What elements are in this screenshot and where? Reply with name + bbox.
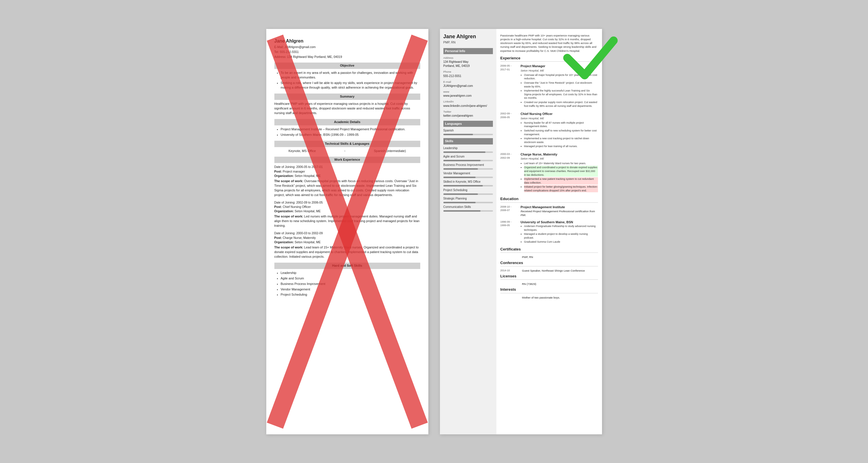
edu-entry-2: 1996-09 -1999-05 University of Southern … xyxy=(500,220,598,244)
summary-text: Passionate healthcare PMP with 10+ years… xyxy=(500,34,598,53)
sidebar-credentials: PMP, RN xyxy=(443,40,493,45)
exp-entry-2: 2002-09 -2006-05 Chief Nursing Officer S… xyxy=(500,112,598,149)
work-scope-3: The scope of work: Lead team of 15+ Mate… xyxy=(274,245,420,259)
work-dates-2: Date of Joining: 2002-09 to 2006-05 xyxy=(274,200,420,205)
tech-skills-row: Keynote, MS Office • Spanish (intermedia… xyxy=(274,149,420,153)
www-label: www xyxy=(443,90,493,93)
experience-title: Experience xyxy=(500,56,598,62)
skill-strategic-bar xyxy=(443,202,493,203)
lic-date-1 xyxy=(500,282,519,286)
objective-list: To be an expert in my area of work, with… xyxy=(281,71,420,90)
tech-skills-section-title: Technical Skills & Languages xyxy=(274,141,420,147)
skill-vendor-bar xyxy=(443,177,493,178)
lic-value-1: RN (73829) xyxy=(522,282,536,286)
exp-bullet-3-3: Implemented a new patient tracking syste… xyxy=(524,177,598,184)
skill-scheduling-bar xyxy=(443,194,493,195)
skill-bpi-fill xyxy=(443,168,478,170)
summary-text: Healthcare PMP with years of experience … xyxy=(274,102,420,116)
conf-date-1: 2014-10 xyxy=(500,269,519,272)
address-label: Address xyxy=(443,56,493,60)
summary-section-title: Summary xyxy=(274,93,420,100)
skill-strategic: Strategic Planning xyxy=(443,197,493,201)
exp-bullet-2-3: Implemented a new cost tracking project … xyxy=(524,137,598,144)
interest-entry-1: Mother of two passionate boys. xyxy=(500,296,598,299)
www-value: www.janeahlgren.com xyxy=(443,94,493,98)
work-scope-1: The scope of work: Oversaw hospital proj… xyxy=(274,179,420,198)
email-label: E-mail xyxy=(443,80,493,84)
academic-section-title: Academic Details xyxy=(274,119,420,125)
work-scope-2: The scope of work: Led nurses with multi… xyxy=(274,214,420,228)
edu-entry-1: 2008-10 -2008-07 Project Management Inst… xyxy=(500,205,598,218)
address-value: 134 Rightward WayPortland, ME, 04019 xyxy=(443,60,493,68)
exp-bullet-2-4: Managed project for lean training of all… xyxy=(524,144,598,148)
exp-bullet-1-1: Oversaw all major hospital projects for … xyxy=(524,73,598,81)
tech-skill-1: Keynote, MS Office xyxy=(288,149,316,153)
edu-bullet-2-1: Andersen Postgraduate Fellowship to stud… xyxy=(524,224,598,232)
skill-communication-fill xyxy=(443,210,480,212)
edu-content-1: Project Management Institute Received Pr… xyxy=(521,205,598,217)
skill-vendor: Vendor Management xyxy=(443,171,493,175)
work-entry-2: Date of Joining: 2002-09 to 2006-05 Post… xyxy=(274,200,420,228)
work-dates-3: Date of Joining: 2000-03 to 2002-09 xyxy=(274,231,420,235)
skill-item-1: Leadership xyxy=(281,271,420,276)
language-spanish-bar xyxy=(443,134,493,135)
education-title: Education xyxy=(500,196,598,202)
work-org-3: Organization: Seton Hospital, ME xyxy=(274,240,420,244)
edu-dates-2: 1996-09 -1999-05 xyxy=(500,220,519,227)
email-value: JUAhlgren@gmail.com xyxy=(443,84,493,88)
language-spanish-fill xyxy=(443,134,473,135)
linkedin-value: www.linkedin.com/in/jane-ahlgren/ xyxy=(443,104,493,108)
skill-item-5: Project Scheduling xyxy=(281,292,420,297)
work-entry-1: Date of Joining: 2006-05 to 2017-01 Post… xyxy=(274,165,420,197)
academic-item-2: University of Southern Maine, BSN (1996-… xyxy=(281,133,420,137)
phone-value: 555-212-5551 xyxy=(443,74,493,78)
work-org-2: Organization: Seton Hospital, ME xyxy=(274,209,420,213)
exp-org-2: Seton Hospital, ME xyxy=(521,116,598,120)
left-resume: Jane Ahlgren E-Mail: JUAhlgren@gmail.com… xyxy=(266,29,428,434)
edu-bullets-2: Andersen Postgraduate Fellowship to stud… xyxy=(524,224,598,244)
exp-org-3: Seton Hospital, ME xyxy=(521,157,598,161)
linkedin-label: LinkedIn xyxy=(443,99,493,104)
certificates-title: Certificates xyxy=(500,247,598,253)
resume-main: Passionate healthcare PMP with 10+ years… xyxy=(496,29,602,434)
address-line: Address: 134 Rightward Way Portland, ME,… xyxy=(274,55,420,59)
exp-dates-1: 2006-05 -2017-01 xyxy=(500,64,519,71)
exp-bullet-2-2: Switched nursing staff to new scheduling… xyxy=(524,129,598,136)
skill-keynote-bar xyxy=(443,185,493,186)
language-spanish: Spanish xyxy=(443,128,493,133)
exp-bullet-1-4: Created our popular supply room relocati… xyxy=(524,100,598,108)
exp-bullets-2: Nursing leader for all 87 nurses with mu… xyxy=(524,121,598,148)
work-org-1: Organization: Seton Hospital, ME xyxy=(274,174,420,178)
conf-value-1: Guest Speaker, Northeast Shingo Lean Con… xyxy=(522,269,585,272)
skill-bpi-bar xyxy=(443,168,493,170)
work-dates-1: Date of Joining: 2006-05 to 2017-01 xyxy=(274,165,420,169)
edu-dates-1: 2008-10 -2008-07 xyxy=(500,205,519,212)
exp-entry-3: 2000-03 -2002-09 Charge Nurse, Maternity… xyxy=(500,152,598,193)
exp-content-3: Charge Nurse, Maternity Seton Hospital, … xyxy=(521,152,598,192)
twitter-value: twitter.com/janeahlgren xyxy=(443,114,493,118)
cert-value-1: PMP, RN xyxy=(522,255,533,259)
skill-scheduling: Project Scheduling xyxy=(443,188,493,192)
exp-title-2: Chief Nursing Officer xyxy=(521,112,598,116)
objective-section-title: Objective xyxy=(274,62,420,69)
academic-list: Project Management Institute – Received … xyxy=(281,127,420,137)
exp-content-2: Chief Nursing Officer Seton Hospital, ME… xyxy=(521,112,598,148)
skills-title: Skills xyxy=(443,138,493,144)
edu-detail-1: Received Project Management Professional… xyxy=(521,209,598,217)
int-value-1: Mother of two passionate boys. xyxy=(522,296,560,299)
skill-agile: Agile and Scrum xyxy=(443,155,493,159)
right-resume: Jane Ahlgren PMP, RN Personal Info Addre… xyxy=(440,29,602,434)
skill-agile-bar xyxy=(443,160,493,161)
cert-date-1 xyxy=(500,255,519,259)
skill-item-2: Agile and Scrum xyxy=(281,276,420,281)
hard-soft-list: Leadership Agile and Scrum Business Proc… xyxy=(281,271,420,297)
interests-title: Interests xyxy=(500,287,598,293)
work-entry-3: Date of Joining: 2000-03 to 2002-09 Post… xyxy=(274,231,420,259)
exp-bullet-1-3: Implemented the highly successful Lean T… xyxy=(524,89,598,100)
skill-leadership: Leadership xyxy=(443,146,493,150)
conferences-title: Conferences xyxy=(500,260,598,266)
name-heading: Jane Ahlgren xyxy=(274,38,420,44)
work-post-3: Post: Charge Nurse, Maternity xyxy=(274,236,420,240)
exp-bullets-3: Led team of 15+ Maternity Ward nurses fo… xyxy=(524,162,598,193)
phone-label: Phone xyxy=(443,70,493,74)
